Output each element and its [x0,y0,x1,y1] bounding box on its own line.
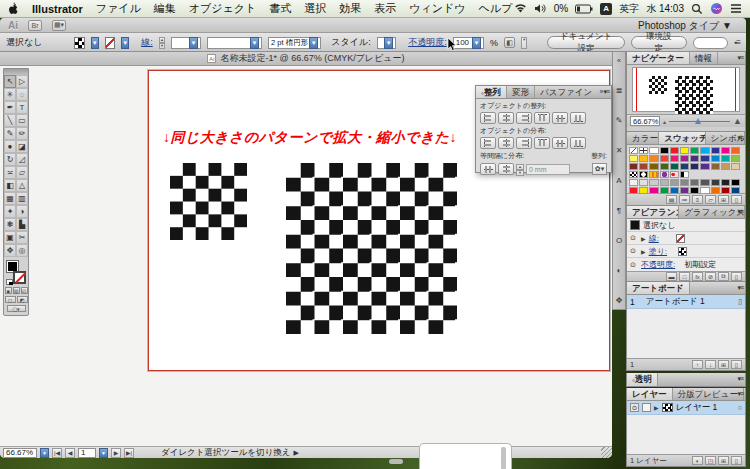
tab-color[interactable]: カラー [627,132,659,144]
swatches-panel-menu-icon[interactable]: ▾≡ [737,134,743,142]
small-checkerboard-pattern[interactable] [170,163,247,240]
swatch-pattern-dot[interactable] [639,171,648,178]
swatch-color[interactable] [649,187,658,193]
stroke-swatch[interactable] [13,271,26,284]
brush-definition-dropdown[interactable]: 2 pt 楕円形▼ [268,37,321,49]
fill-color-swatch[interactable] [74,37,84,49]
stroke-weight-field[interactable]: ▼ [171,37,201,49]
background-mini-window[interactable] [419,443,512,469]
fill-color-dropdown[interactable]: ▼ [91,37,99,49]
opentype-panel-icon[interactable]: O [613,234,625,246]
menu-item-9[interactable]: ヘルプ [479,1,513,16]
tab-layers[interactable]: レイヤー [627,388,673,400]
gradient-tool[interactable]: ▥ [16,192,28,205]
zoom-out-icon[interactable]: ▴ [663,118,666,125]
mini-window-scrollbar[interactable] [501,447,506,469]
stroke-color-dropdown[interactable]: ▼ [121,37,129,49]
gradient-panel-icon[interactable]: ✥ [613,294,625,306]
free-transform-tool[interactable]: ▱ [16,166,28,179]
rectangle-tool[interactable]: ▭ [16,114,28,127]
transparency-panel-menu-icon[interactable]: ▾≡ [737,375,743,383]
navigator-zoom-field[interactable]: 66.67% [630,116,660,126]
apple-icon[interactable] [8,2,19,15]
swatch-color[interactable] [680,163,689,170]
visibility-eye-icon[interactable]: ⊙ [630,247,638,255]
paragraph-panel-icon[interactable]: ¶ [613,204,625,216]
color-mode-button[interactable]: ■ [5,287,12,294]
spotlight-icon[interactable] [691,3,703,15]
menu-item-8[interactable]: ウィンドウ [409,1,465,16]
stroke-panel-icon[interactable]: ≣ [613,84,625,96]
swatch-color[interactable] [670,179,679,186]
appearance-opacity-row[interactable]: ⊙ 不透明度: 初期設定 [627,258,745,271]
new-artboard-button[interactable]: ⊞ [718,360,729,369]
new-layer-button[interactable]: ⊞ [718,456,729,465]
swatch-color[interactable] [639,155,648,162]
swatch-color[interactable] [721,155,730,162]
delete-item-button[interactable]: ▯ [731,272,742,281]
expand-arrow-icon[interactable]: ▶ [641,248,646,255]
swatch-color[interactable] [639,187,648,193]
swatch-color[interactable] [680,155,689,162]
menu-item-5[interactable]: 選択 [304,1,326,16]
visibility-eye-icon[interactable]: ⊙ [630,234,638,242]
swatch-color[interactable] [700,147,709,154]
expand-panels-icon[interactable]: « [613,54,625,66]
zoom-dropdown[interactable]: ▼ [40,448,49,458]
bridge-icon[interactable]: Br [28,20,42,31]
variable-width-profile-dropdown[interactable]: ▼ [207,37,262,49]
stroke-label[interactable]: 線: [141,36,153,49]
opacity-label[interactable]: 不透明度: [408,36,447,49]
tab-navigator[interactable]: ナビゲーター [627,52,690,64]
menu-item-7[interactable]: 表示 [374,1,396,16]
distribute-right-button[interactable] [570,137,586,149]
hand-tool[interactable]: ✥ [4,244,16,257]
blend-tool[interactable]: ◑ [16,205,28,218]
swatch-color[interactable] [680,187,689,193]
stroke-none-swatch[interactable] [676,234,685,243]
swatch-pattern-kanji[interactable] [670,171,679,178]
clear-appearance-button[interactable]: ⊘ [705,272,716,281]
swatch-none[interactable] [629,147,638,154]
navigator-preview[interactable] [632,67,740,112]
clipping-mask-button[interactable]: ◐ [692,456,703,465]
expand-arrow-icon[interactable]: ▶ [641,235,646,242]
swatch-color[interactable] [700,163,709,170]
swatch-color[interactable] [711,179,720,186]
screen-mode-button[interactable]: ▢▾ [7,305,26,312]
default-fill-stroke-icon[interactable] [6,279,13,285]
swatch-kinds-button[interactable]: ≔ [679,195,690,204]
swatch-color[interactable] [629,163,638,170]
draw-normal-button[interactable]: ◻ [5,296,16,303]
distribute-left-button[interactable] [534,137,550,149]
swatch-color[interactable] [721,147,730,154]
style-dropdown[interactable]: ▼ [377,37,397,49]
align-top-button[interactable] [534,112,550,124]
large-checkerboard-pattern[interactable] [286,163,457,334]
battery-icon[interactable] [575,4,593,14]
move-up-button[interactable]: ↑ [692,360,703,369]
swatch-color[interactable] [700,179,709,186]
window-resize-grip[interactable] [601,447,612,458]
layers-panel-menu-icon[interactable]: ▾≡ [737,390,743,398]
swatch-color[interactable] [680,179,689,186]
symbol-sprayer-tool[interactable]: ❃ [4,218,16,231]
swatch-color[interactable] [700,155,709,162]
layer-name[interactable]: レイヤー 1 [676,402,718,414]
swatch-options-button[interactable]: ≡ [692,195,703,204]
zoom-in-icon[interactable]: ▲ [733,116,742,126]
zoom-level-field[interactable]: 66.67% [3,448,37,458]
spacing-stepper[interactable]: ▲▼ [516,164,524,175]
distribute-bottom-button[interactable] [516,137,532,149]
first-artboard-button[interactable]: |◀ [52,448,62,458]
none-mode-button[interactable]: ∅ [21,287,28,294]
swatch-color[interactable] [639,163,648,170]
artboards-panel-menu-icon[interactable]: ▾≡ [737,284,743,292]
menu-item-1[interactable]: ファイル [96,1,141,16]
spacing-value-field[interactable]: 0 mm [526,164,570,175]
menu-item-4[interactable]: 書式 [269,1,291,16]
swatch-color[interactable] [731,147,740,154]
layer-thumbnail[interactable] [662,403,673,412]
slice-tool[interactable]: ✂ [16,231,28,244]
duplicate-item-button[interactable]: ⧉ [718,272,729,281]
